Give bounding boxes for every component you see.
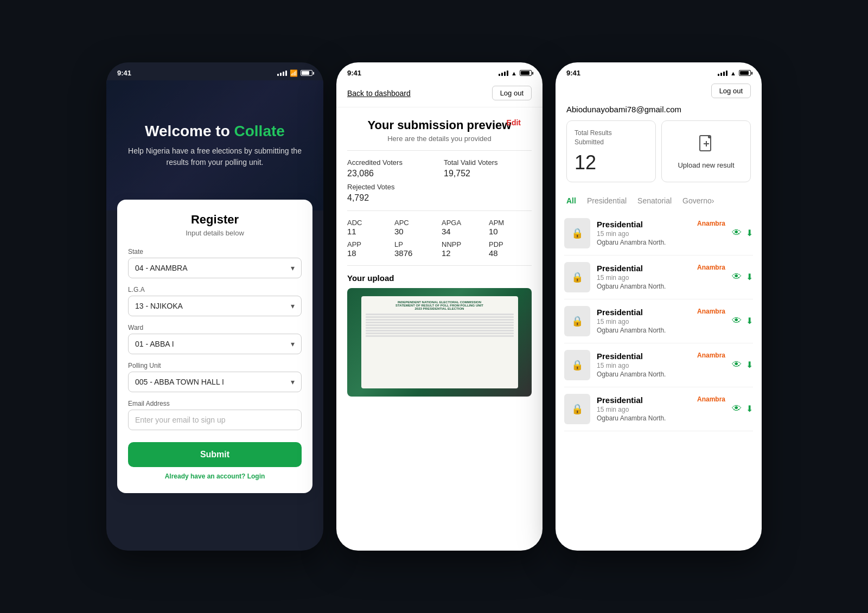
accredited-voters: Accredited Voters 23,086 — [347, 158, 435, 178]
register-subtitle: Input details below — [128, 229, 302, 237]
result-info-4: Anambra Presidential 15 min ago Ogbaru A… — [597, 352, 725, 378]
submission-header: Your submission preview Edit Here are th… — [336, 107, 542, 143]
view-icon-1[interactable]: 👁 — [732, 227, 742, 239]
result-list: 🔒 Anambra Presidential 15 min ago Ogbaru… — [556, 212, 762, 431]
lock-icon-5: 🔒 — [571, 403, 583, 415]
email-group: Email Address Enter your email to sign u… — [128, 400, 302, 430]
logout-button-2[interactable]: Log out — [492, 86, 532, 100]
back-to-dashboard[interactable]: Back to dashboard — [347, 89, 411, 98]
result-tag-3: Anambra — [697, 308, 725, 315]
time-1: 9:41 — [117, 69, 131, 77]
top-nav-2: Back to dashboard Log out — [336, 80, 542, 107]
submit-button[interactable]: Submit — [128, 442, 302, 467]
result-actions-2: 👁 ⬇ — [732, 271, 753, 283]
status-icons-1: 📶 — [277, 69, 312, 77]
result-actions-1: 👁 ⬇ — [732, 227, 753, 239]
top-stats: Accredited Voters 23,086 Total Valid Vot… — [336, 158, 542, 178]
status-icons-3: ▲ — [718, 70, 751, 76]
signal-icon-3 — [718, 71, 727, 76]
total-results-value: 12 — [575, 151, 648, 174]
download-icon-2[interactable]: ⬇ — [746, 272, 753, 282]
doc-lines — [366, 312, 514, 384]
upload-section: Your upload INDEPENDENT NATIONAL ELECTOR… — [336, 273, 542, 397]
result-time-2: 15 min ago — [597, 274, 725, 282]
lga-select[interactable]: 13 - NJIKOKA ▾ — [128, 296, 302, 316]
filter-governorship[interactable]: Governo› — [682, 196, 714, 205]
status-icons-2: ▲ — [499, 70, 532, 76]
email-field[interactable]: Enter your email to sign up — [128, 410, 302, 430]
result-thumb-5: 🔒 — [564, 394, 590, 424]
result-tag-4: Anambra — [697, 352, 725, 359]
welcome-plain: Welcome to — [145, 123, 234, 139]
filter-presidential[interactable]: Presidential — [587, 196, 627, 205]
wifi-icon-3: ▲ — [730, 70, 736, 76]
total-results-card: Total ResultsSubmitted 12 — [566, 120, 656, 182]
download-icon-4[interactable]: ⬇ — [746, 360, 753, 370]
chevron-down-icon-4: ▾ — [291, 378, 295, 386]
state-select[interactable]: 04 - ANAMBRA ▾ — [128, 258, 302, 278]
result-item-2: 🔒 Anambra Presidential 15 min ago Ogbaru… — [564, 256, 753, 299]
user-email: Abiodunayobami78@gmail.com — [566, 105, 751, 114]
chevron-down-icon-2: ▾ — [291, 302, 295, 310]
filter-all[interactable]: All — [566, 196, 576, 205]
party-app: APP 18 — [347, 240, 390, 258]
login-link[interactable]: Login — [247, 472, 265, 480]
view-icon-3[interactable]: 👁 — [732, 315, 742, 327]
party-grid-1: ADC 11 APC 30 APGA 34 APM 10 — [336, 219, 542, 236]
ward-select[interactable]: 01 - ABBA I ▾ — [128, 334, 302, 354]
login-link-row: Already have an account? Login — [128, 472, 302, 480]
submission-screen: 9:41 ▲ Back to dashboard Log out Your su… — [336, 62, 542, 551]
logout-row: Log out — [556, 80, 762, 98]
view-icon-2[interactable]: 👁 — [732, 271, 742, 283]
result-item-5: 🔒 Anambra Presidential 15 min ago Ogbaru… — [564, 387, 753, 431]
result-info-3: Anambra Presidential 15 min ago Ogbaru A… — [597, 308, 725, 334]
status-bar-3: 9:41 ▲ — [556, 62, 762, 80]
chevron-down-icon-3: ▾ — [291, 340, 295, 348]
party-adc: ADC 11 — [347, 219, 390, 236]
lga-label: L.G.A — [128, 286, 302, 293]
divider-3 — [347, 265, 532, 266]
lock-icon-1: 🔒 — [571, 227, 583, 239]
result-item-4: 🔒 Anambra Presidential 15 min ago Ogbaru… — [564, 343, 753, 387]
submission-subtitle: Here are the details you provided — [347, 135, 532, 143]
download-icon-3[interactable]: ⬇ — [746, 316, 753, 326]
result-location-1: Ogbaru Anambra North. — [597, 239, 725, 246]
email-label: Email Address — [128, 400, 302, 407]
time-2: 9:41 — [347, 69, 361, 77]
lock-icon-2: 🔒 — [571, 271, 583, 283]
upload-icon — [697, 133, 716, 157]
view-icon-4[interactable]: 👁 — [732, 359, 742, 371]
upload-new-result-card[interactable]: Upload new result — [661, 120, 751, 182]
edit-link[interactable]: Edit — [507, 118, 521, 127]
party-grid-2: APP 18 LP 3876 NNPP 12 PDP 48 — [336, 240, 542, 258]
view-icon-5[interactable]: 👁 — [732, 403, 742, 414]
status-bar-1: 9:41 📶 — [106, 62, 323, 80]
signal-icon-2 — [499, 71, 508, 76]
result-time-4: 15 min ago — [597, 362, 725, 369]
result-tag-2: Anambra — [697, 264, 725, 271]
party-nnpp: NNPP 12 — [442, 240, 484, 258]
rejected-votes: Rejected Votes 4,792 — [336, 183, 542, 203]
welcome-title: Welcome to Collate — [106, 123, 323, 140]
register-card: Register Input details below State 04 - … — [117, 200, 312, 493]
party-apga: APGA 34 — [442, 219, 484, 236]
ward-label: Ward — [128, 324, 302, 331]
state-group: State 04 - ANAMBRA ▾ — [128, 248, 302, 278]
result-tag-5: Anambra — [697, 395, 725, 403]
upload-card-label: Upload new result — [678, 161, 734, 169]
result-thumb-4: 🔒 — [564, 350, 590, 380]
lock-icon-4: 🔒 — [571, 359, 583, 371]
result-time-3: 15 min ago — [597, 318, 725, 325]
polling-label: Polling Unit — [128, 362, 302, 369]
logout-button-3[interactable]: Log out — [711, 84, 751, 98]
filter-senatorial[interactable]: Senatorial — [637, 196, 672, 205]
download-icon-1[interactable]: ⬇ — [746, 228, 753, 238]
party-apm: APM 10 — [489, 219, 532, 236]
result-time-1: 15 min ago — [597, 230, 725, 238]
battery-icon — [301, 70, 312, 76]
download-icon-5[interactable]: ⬇ — [746, 404, 753, 414]
polling-select[interactable]: 005 - ABBA TOWN HALL I ▾ — [128, 372, 302, 392]
ward-group: Ward 01 - ABBA I ▾ — [128, 324, 302, 354]
time-3: 9:41 — [566, 69, 580, 77]
register-title: Register — [128, 213, 302, 227]
